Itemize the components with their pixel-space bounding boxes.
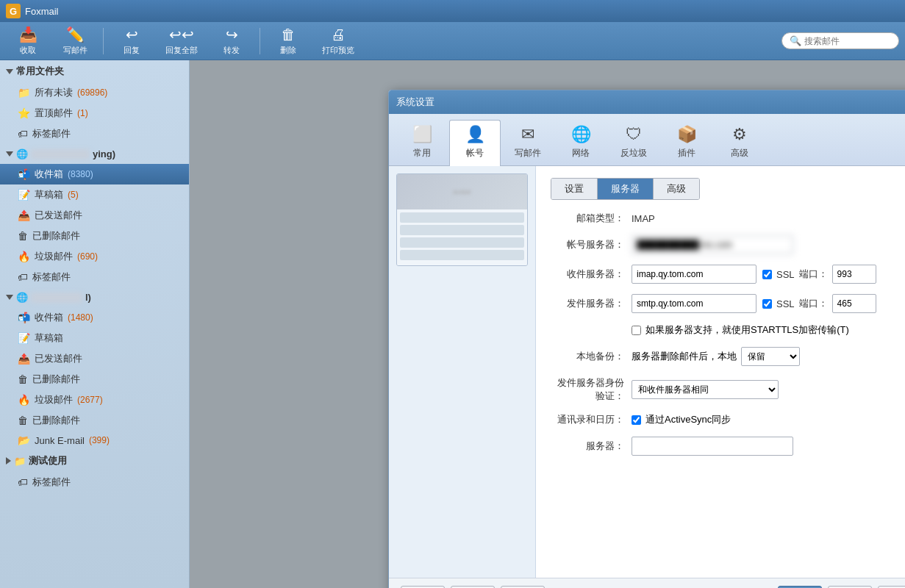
antispam-tab-icon: 🛡 <box>626 125 642 144</box>
avatar-1: avatar <box>397 174 527 209</box>
sidebar-item-sent2[interactable]: 📤 已发送邮件 <box>0 348 189 369</box>
tab-general[interactable]: ⬜ 常用 <box>396 120 448 165</box>
starttls-checkbox[interactable] <box>632 326 641 335</box>
compose-button[interactable]: ✏️ 写邮件 <box>53 23 97 59</box>
dialog-footer: 新建 导入 删除 确定 取消 应用(A) <box>389 578 905 588</box>
tag-icon-3: 🏷 <box>18 476 28 488</box>
sidebar-account1-header[interactable]: 🌐 ying) <box>0 144 189 164</box>
account1-icon: 🌐 <box>16 148 28 159</box>
outgoing-server-label: 发件服务器： <box>551 297 632 310</box>
tab-advanced[interactable]: ⚙ 高级 <box>714 120 765 165</box>
sidebar-item-unread[interactable]: 📁 所有未读 (69896) <box>0 82 189 103</box>
sub-tab-advanced[interactable]: 高级 <box>654 179 699 199</box>
search-input[interactable] <box>804 36 893 46</box>
account-item-1[interactable]: avatar <box>396 173 528 266</box>
outgoing-port-input[interactable] <box>832 294 876 313</box>
incoming-ssl-checkbox[interactable] <box>762 270 772 279</box>
sidebar-item-draft2[interactable]: 📝 草稿箱 <box>0 328 189 348</box>
sync-row: 通讯录和日历： 通过ActiveSync同步 <box>551 413 905 426</box>
auth-select[interactable]: 和收件服务器相同 无验证 <box>632 380 779 399</box>
receive-icon: 📥 <box>19 26 37 43</box>
incoming-port-input[interactable] <box>832 265 876 284</box>
sidebar-test-folder[interactable]: 📁 测试使用 <box>0 450 189 472</box>
sidebar-item-inbox1[interactable]: 📬 收件箱 (8380) <box>0 164 189 184</box>
account-server-input[interactable] <box>632 235 793 254</box>
tab-network[interactable]: 🌐 网络 <box>555 120 607 165</box>
deleted-icon-2: 🗑 <box>18 373 28 385</box>
sent-icon-2: 📤 <box>18 353 30 365</box>
tab-compose[interactable]: ✉ 写邮件 <box>502 120 554 165</box>
delete-button[interactable]: 🗑 删除 <box>266 24 310 59</box>
dialog-title-bar: 系统设置 ✕ <box>389 90 905 114</box>
sidebar-item-starred[interactable]: ⭐ 置顶邮件 (1) <box>0 103 189 123</box>
sidebar-item-junk-email[interactable]: 📂 Junk E-mail (399) <box>0 431 189 450</box>
account-server-label: 帐号服务器： <box>551 238 632 251</box>
sidebar-item-tagged2[interactable]: 🏷 标签邮件 <box>0 472 189 492</box>
sidebar-item-draft1[interactable]: 📝 草稿箱 (5) <box>0 184 189 205</box>
sidebar-item-junk1[interactable]: 🔥 垃圾邮件 (690) <box>0 246 189 267</box>
reply-all-button[interactable]: ↩↩ 回复全部 <box>157 23 207 59</box>
starttls-label: 如果服务器支持，就使用STARTTLS加密传输(T) <box>645 323 849 337</box>
outgoing-ssl-checkbox[interactable] <box>762 299 772 309</box>
account-list-panel: avatar <box>389 166 536 578</box>
forward-button[interactable]: ↪ 转发 <box>210 23 254 59</box>
general-tab-icon: ⬜ <box>412 125 432 144</box>
sidebar-item-sent1[interactable]: 📤 已发送邮件 <box>0 205 189 226</box>
sync-label: 通讯录和日历： <box>551 413 632 426</box>
delete-icon: 🗑 <box>281 26 296 43</box>
sidebar-account2-header[interactable]: 🌐 l) <box>0 287 189 307</box>
outgoing-server-input[interactable] <box>632 294 756 313</box>
mailbox-type-label: 邮箱类型： <box>551 212 632 225</box>
tab-plugin[interactable]: 📦 插件 <box>661 120 712 165</box>
search-icon: 🔍 <box>790 35 801 46</box>
incoming-port-label: 端口： <box>799 268 828 281</box>
incoming-server-label: 收件服务器： <box>551 268 632 281</box>
sidebar-item-tagged1b[interactable]: 🏷 标签邮件 <box>0 267 189 287</box>
forward-icon: ↪ <box>226 26 238 43</box>
expand-icon <box>6 69 13 74</box>
expand-icon-2 <box>6 151 13 157</box>
local-backup-prefix: 服务器删除邮件后，本地 <box>632 350 737 363</box>
account-server-row: 帐号服务器： <box>551 235 905 254</box>
sub-tab-server[interactable]: 服务器 <box>598 179 654 199</box>
folder-icon: 📁 <box>14 456 26 467</box>
reply-button[interactable]: ↩ 回复 <box>110 23 154 59</box>
network-tab-icon: 🌐 <box>571 125 591 144</box>
account2-icon: 🌐 <box>16 292 28 303</box>
incoming-server-input[interactable] <box>632 265 756 284</box>
account-info-row-3 <box>400 237 524 248</box>
sidebar-section-common[interactable]: 常用文件夹 <box>0 60 189 82</box>
deleted-icon-2b: 🗑 <box>18 415 28 426</box>
junk-icon-1: 🔥 <box>18 251 30 262</box>
sidebar-item-deleted2b[interactable]: 🗑 已删除邮件 <box>0 410 189 431</box>
sync-server-row: 服务器： <box>551 437 905 456</box>
tab-antispam[interactable]: 🛡 反垃圾 <box>608 120 659 165</box>
main-layout: 常用文件夹 📁 所有未读 (69896) ⭐ 置顶邮件 (1) 🏷 标签邮件 🌐 <box>0 60 905 588</box>
reply-icon: ↩ <box>126 26 138 43</box>
sidebar-item-tagged1[interactable]: 🏷 标签邮件 <box>0 123 189 144</box>
account-info-row-4 <box>400 250 524 260</box>
draft-icon-2: 📝 <box>18 332 30 344</box>
dialog-title: 系统设置 <box>396 96 905 109</box>
sub-tab-settings[interactable]: 设置 <box>551 179 598 199</box>
toolbar-separator-1 <box>103 28 104 54</box>
mailbox-type-row: 邮箱类型： IMAP <box>551 212 905 225</box>
sidebar-item-inbox2[interactable]: 📬 收件箱 (1480) <box>0 307 189 328</box>
receive-button[interactable]: 📥 收取 <box>6 23 50 59</box>
account1-name <box>31 149 90 159</box>
sync-checkbox[interactable] <box>632 415 641 425</box>
tab-account[interactable]: 👤 帐号 <box>449 120 501 166</box>
expand-icon-3 <box>6 295 13 300</box>
local-backup-select[interactable]: 保留 删除 <box>741 347 800 366</box>
sync-server-input[interactable] <box>632 437 793 456</box>
title-bar: G Foxmail <box>0 0 905 22</box>
star-icon: ⭐ <box>18 107 30 119</box>
print-button[interactable]: 🖨 打印预览 <box>313 24 363 59</box>
app-window: G Foxmail 📥 收取 ✏️ 写邮件 ↩ 回复 ↩↩ 回复全部 ↪ 转发 … <box>0 0 905 588</box>
sidebar-item-junk2[interactable]: 🔥 垃圾邮件 (2677) <box>0 390 189 410</box>
dialog-tab-bar: ⬜ 常用 👤 帐号 ✉ 写邮件 🌐 网络 <box>389 114 905 166</box>
local-backup-row: 本地备份： 服务器删除邮件后，本地 保留 删除 <box>551 347 905 366</box>
account-tab-icon: 👤 <box>465 125 485 144</box>
sidebar-item-deleted1[interactable]: 🗑 已删除邮件 <box>0 226 189 246</box>
sidebar-item-deleted2a[interactable]: 🗑 已删除邮件 <box>0 369 189 390</box>
